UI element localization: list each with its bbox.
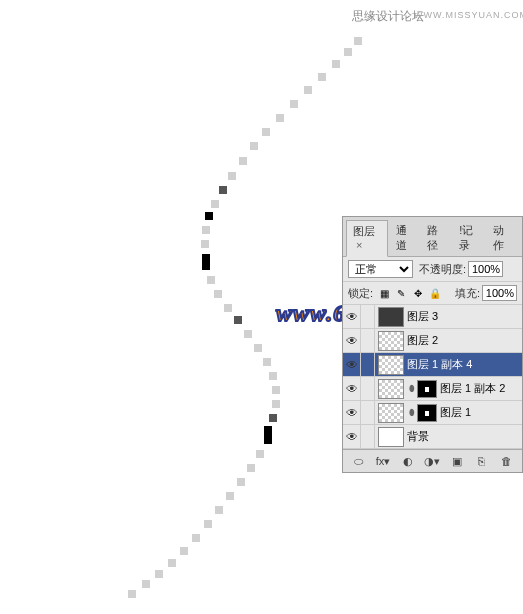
link-col[interactable]: [361, 377, 375, 401]
visibility-toggle[interactable]: 👁: [343, 401, 361, 425]
lock-label: 锁定:: [348, 286, 373, 301]
link-col[interactable]: [361, 353, 375, 377]
layer-item[interactable]: 👁 背景: [343, 425, 522, 449]
lock-brush-icon[interactable]: ✎: [394, 286, 408, 300]
delete-layer-icon[interactable]: 🗑: [498, 454, 516, 468]
link-col[interactable]: [361, 425, 375, 449]
layers-list: 👁 图层 3 👁 图层 2 👁 图层 1 副本 4 👁 ⬮ 图层 1 副本 2: [343, 305, 522, 449]
fill-input[interactable]: [482, 285, 517, 301]
layer-thumbnail[interactable]: [378, 403, 404, 423]
link-layers-icon[interactable]: ⬭: [349, 454, 367, 468]
tab-actions[interactable]: 动作: [487, 220, 517, 256]
layer-item[interactable]: 👁 ⬮ 图层 1 副本 2: [343, 377, 522, 401]
layer-name: 图层 1 副本 2: [440, 381, 505, 396]
layer-name: 图层 1: [440, 405, 471, 420]
opacity-input[interactable]: [468, 261, 503, 277]
layer-item-selected[interactable]: 👁 图层 1 副本 4: [343, 353, 522, 377]
layer-thumbnail[interactable]: [378, 355, 404, 375]
visibility-toggle[interactable]: 👁: [343, 329, 361, 353]
lock-position-icon[interactable]: ✥: [411, 286, 425, 300]
mask-link-icon[interactable]: ⬮: [409, 383, 415, 394]
forum-url: WWW.MISSYUAN.COM: [414, 10, 523, 20]
adjustment-layer-icon[interactable]: ◑▾: [423, 454, 441, 468]
layers-panel: 图层 × 通道 路径 !记录 动作 正常 不透明度: 锁定: ▦ ✎ ✥ 🔒 填…: [342, 216, 523, 473]
layer-thumbnail[interactable]: [378, 379, 404, 399]
add-mask-icon[interactable]: ◐: [399, 454, 417, 468]
layer-name: 背景: [407, 429, 429, 444]
eye-icon: 👁: [346, 358, 358, 372]
tab-layers-label: 图层: [353, 225, 375, 237]
eye-icon: 👁: [346, 334, 358, 348]
link-col[interactable]: [361, 401, 375, 425]
opacity-label: 不透明度:: [419, 262, 466, 277]
visibility-toggle[interactable]: 👁: [343, 425, 361, 449]
link-col[interactable]: [361, 305, 375, 329]
tab-paths[interactable]: 路径: [421, 220, 451, 256]
lock-all-icon[interactable]: 🔒: [428, 286, 442, 300]
layer-item[interactable]: 👁 图层 2: [343, 329, 522, 353]
layer-item[interactable]: 👁 图层 3: [343, 305, 522, 329]
tab-layers[interactable]: 图层 ×: [346, 220, 388, 257]
mask-thumbnail[interactable]: [417, 380, 437, 398]
visibility-toggle[interactable]: 👁: [343, 377, 361, 401]
blend-mode-select[interactable]: 正常: [348, 260, 413, 278]
lock-pixels-icon[interactable]: ▦: [377, 286, 391, 300]
layer-thumbnail[interactable]: [378, 331, 404, 351]
fill-label: 填充:: [455, 286, 480, 301]
eye-icon: 👁: [346, 382, 358, 396]
layer-name: 图层 1 副本 4: [407, 357, 472, 372]
eye-icon: 👁: [346, 406, 358, 420]
new-layer-icon[interactable]: ⎘: [473, 454, 491, 468]
visibility-toggle[interactable]: 👁: [343, 353, 361, 377]
tab-close-icon[interactable]: ×: [356, 239, 362, 251]
mask-thumbnail[interactable]: [417, 404, 437, 422]
layer-thumbnail[interactable]: [378, 307, 404, 327]
visibility-toggle[interactable]: 👁: [343, 305, 361, 329]
mask-link-icon[interactable]: ⬮: [409, 407, 415, 418]
blend-opacity-row: 正常 不透明度:: [343, 257, 522, 282]
lock-row: 锁定: ▦ ✎ ✥ 🔒 填充:: [343, 282, 522, 305]
tab-channels[interactable]: 通道: [390, 220, 420, 256]
layer-style-icon[interactable]: fx▾: [374, 454, 392, 468]
eye-icon: 👁: [346, 310, 358, 324]
new-group-icon[interactable]: ▣: [448, 454, 466, 468]
tab-history[interactable]: !记录: [453, 220, 485, 256]
link-col[interactable]: [361, 329, 375, 353]
layer-thumbnail[interactable]: [378, 427, 404, 447]
panel-tabs: 图层 × 通道 路径 !记录 动作: [343, 217, 522, 257]
layer-name: 图层 2: [407, 333, 438, 348]
panel-footer: ⬭ fx▾ ◐ ◑▾ ▣ ⎘ 🗑: [343, 449, 522, 472]
layer-name: 图层 3: [407, 309, 438, 324]
eye-icon: 👁: [346, 430, 358, 444]
layer-item[interactable]: 👁 ⬮ 图层 1: [343, 401, 522, 425]
